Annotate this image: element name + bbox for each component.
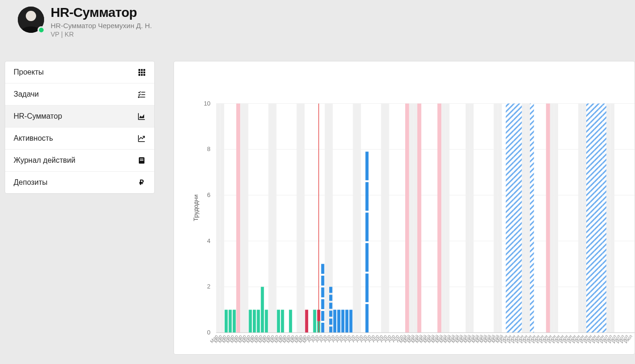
chart-area[interactable]: 0246810МарМарМарМарМарМарМарМарМарМарМар… (174, 61, 635, 354)
svg-rect-63 (522, 104, 526, 333)
svg-rect-70 (582, 104, 586, 333)
svg-rect-110 (365, 304, 369, 333)
svg-rect-88 (289, 310, 292, 333)
svg-rect-107 (341, 310, 345, 333)
svg-rect-7 (144, 72, 145, 74)
svg-rect-115 (365, 152, 369, 180)
svg-rect-54 (446, 104, 450, 333)
svg-rect-100 (329, 318, 333, 325)
sidebar-item-label: Журнал действий (14, 156, 76, 165)
svg-text:0: 0 (207, 329, 211, 336)
svg-rect-75 (602, 104, 606, 333)
svg-rect-95 (321, 299, 325, 309)
svg-rect-51 (417, 104, 422, 333)
svg-text:2: 2 (207, 283, 211, 290)
sidebar-item-5[interactable]: Депозиты₽ (5, 172, 154, 193)
svg-rect-101 (329, 311, 333, 317)
svg-rect-44 (353, 104, 357, 333)
svg-rect-106 (337, 310, 340, 333)
journal-icon (137, 156, 146, 165)
sidebar-item-4[interactable]: Журнал действий (5, 150, 154, 172)
tasks-icon (137, 90, 146, 99)
page-subtitle-1: HR-Сумматор Черемухин Д. Н. (51, 22, 152, 30)
svg-rect-86 (277, 310, 280, 333)
svg-text:10: 10 (204, 100, 210, 107)
sidebar-item-label: Активность (14, 134, 53, 143)
svg-rect-9 (141, 74, 143, 76)
svg-rect-45 (357, 104, 361, 333)
svg-rect-60 (510, 104, 514, 333)
page-title: HR-Сумматор (51, 5, 152, 21)
svg-rect-108 (345, 310, 348, 333)
sidebar-item-0[interactable]: Проекты (5, 61, 154, 83)
svg-rect-85 (265, 310, 268, 333)
svg-rect-103 (329, 295, 333, 301)
svg-rect-33 (216, 104, 220, 333)
presence-dot-icon (38, 26, 45, 34)
svg-rect-62 (518, 104, 522, 333)
svg-rect-114 (365, 182, 369, 211)
svg-rect-96 (321, 288, 325, 297)
chart-panel: Трудодни 0246810МарМарМарМарМарМарМарМар… (174, 61, 635, 355)
svg-rect-34 (220, 104, 224, 333)
area-icon (137, 112, 146, 121)
svg-rect-57 (494, 104, 498, 333)
svg-rect-82 (253, 310, 256, 333)
svg-rect-113 (365, 212, 369, 241)
svg-rect-80 (233, 310, 236, 333)
trend-icon (137, 134, 146, 143)
svg-rect-76 (606, 104, 611, 333)
avatar (18, 7, 44, 33)
svg-rect-4 (144, 69, 145, 71)
svg-rect-112 (365, 243, 369, 272)
sidebar-item-2[interactable]: HR-Сумматор (5, 106, 154, 128)
svg-rect-8 (138, 74, 140, 76)
svg-rect-52 (438, 104, 442, 333)
svg-rect-81 (249, 310, 252, 333)
sidebar-item-label: Депозиты (14, 178, 47, 187)
svg-point-1 (26, 11, 36, 21)
svg-text:₽: ₽ (139, 178, 144, 186)
svg-text:6: 6 (207, 191, 211, 198)
svg-rect-94 (321, 311, 325, 321)
svg-rect-16 (140, 159, 144, 159)
svg-rect-77 (611, 104, 615, 333)
svg-rect-102 (329, 303, 333, 309)
svg-rect-65 (530, 104, 534, 333)
svg-rect-73 (594, 104, 598, 333)
svg-rect-10 (144, 74, 145, 76)
svg-rect-5 (138, 72, 140, 74)
svg-rect-38 (268, 104, 272, 333)
sidebar-item-1[interactable]: Задачи (5, 83, 154, 106)
svg-rect-37 (244, 104, 249, 333)
svg-rect-64 (526, 104, 530, 333)
grid-icon (137, 68, 146, 76)
svg-rect-40 (296, 104, 301, 333)
svg-rect-87 (281, 310, 284, 333)
svg-rect-90 (313, 310, 317, 333)
svg-rect-42 (325, 104, 329, 333)
svg-rect-59 (506, 104, 510, 333)
svg-rect-3 (141, 69, 143, 71)
svg-point-14 (138, 97, 139, 98)
page-header: HR-Сумматор HR-Сумматор Черемухин Д. Н. … (0, 0, 635, 61)
sidebar-item-3[interactable]: Активность (5, 128, 154, 150)
svg-rect-53 (441, 104, 446, 333)
svg-rect-105 (333, 310, 337, 333)
svg-rect-104 (329, 287, 333, 293)
svg-rect-93 (321, 323, 325, 333)
svg-rect-97 (321, 276, 325, 286)
svg-rect-56 (469, 104, 474, 333)
svg-rect-41 (301, 104, 305, 333)
ruble-icon: ₽ (137, 178, 146, 187)
svg-rect-48 (405, 104, 409, 333)
svg-rect-84 (261, 287, 264, 333)
svg-rect-36 (240, 104, 244, 333)
svg-rect-39 (272, 104, 277, 333)
svg-rect-98 (321, 264, 325, 274)
svg-text:4: 4 (207, 237, 211, 244)
svg-rect-46 (381, 104, 386, 333)
svg-rect-111 (365, 273, 369, 302)
svg-rect-99 (329, 326, 333, 333)
svg-rect-61 (514, 104, 518, 333)
